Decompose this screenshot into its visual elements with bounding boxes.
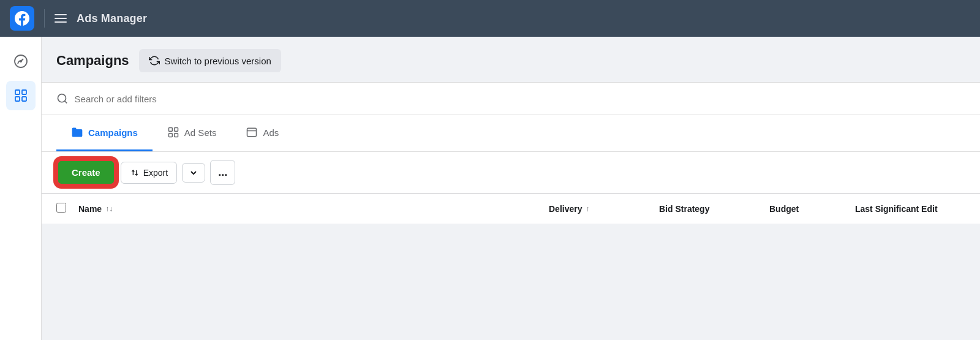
- tab-ad-sets[interactable]: Ad Sets: [153, 115, 232, 151]
- column-header-bid-strategy: Bid Strategy: [659, 204, 769, 214]
- svg-rect-4: [15, 97, 20, 101]
- main-content: Campaigns Switch to previous version: [42, 37, 980, 340]
- search-icon: [56, 93, 69, 105]
- tab-ad-sets-label: Ad Sets: [184, 127, 217, 138]
- column-header-name: Name ↑↓: [78, 204, 549, 214]
- more-options-button[interactable]: ...: [210, 160, 235, 185]
- sidebar: [0, 37, 42, 340]
- select-all-checkbox-cell: [56, 203, 78, 215]
- page-header: Campaigns Switch to previous version: [42, 37, 980, 82]
- browser-icon: [246, 126, 258, 138]
- page-title: Campaigns: [56, 53, 129, 69]
- tabs-area: Campaigns Ad Sets Ads: [42, 115, 980, 152]
- folder-icon: [71, 126, 83, 138]
- tab-ads-label: Ads: [263, 127, 279, 138]
- main-layout: Campaigns Switch to previous version: [0, 37, 980, 340]
- search-bar: [56, 83, 965, 115]
- svg-point-6: [58, 94, 66, 102]
- svg-rect-5: [22, 97, 26, 101]
- chevron-down-icon: [190, 169, 197, 176]
- column-header-last-edit: Last Significant Edit: [855, 204, 965, 214]
- svg-rect-10: [175, 134, 178, 137]
- sidebar-item-campaigns[interactable]: [6, 81, 36, 110]
- delivery-sort-icon[interactable]: ↑: [586, 205, 589, 213]
- name-sort-icon[interactable]: ↑↓: [105, 205, 113, 213]
- search-input[interactable]: [75, 94, 965, 104]
- tab-campaigns[interactable]: Campaigns: [56, 115, 153, 151]
- svg-rect-9: [168, 134, 172, 137]
- refresh-icon: [149, 55, 160, 66]
- svg-rect-11: [247, 128, 257, 136]
- select-all-checkbox[interactable]: [56, 203, 66, 213]
- sidebar-item-dashboard[interactable]: [6, 47, 36, 76]
- svg-rect-2: [15, 90, 20, 94]
- sort-icon: [130, 168, 140, 178]
- facebook-logo: [10, 6, 34, 31]
- svg-rect-3: [22, 90, 26, 94]
- grid-icon: [167, 126, 179, 138]
- top-navigation: Ads Manager: [0, 0, 980, 37]
- svg-rect-7: [168, 128, 172, 132]
- table-header: Name ↑↓ Delivery ↑ Bid Strategy Budget L…: [42, 194, 980, 224]
- tab-ads[interactable]: Ads: [231, 115, 293, 151]
- search-bar-container: [42, 82, 980, 115]
- create-button[interactable]: Create: [56, 159, 116, 186]
- app-title: Ads Manager: [77, 12, 147, 25]
- export-button[interactable]: Export: [121, 162, 177, 184]
- hamburger-menu-icon[interactable]: [55, 14, 67, 23]
- tab-campaigns-label: Campaigns: [88, 127, 138, 138]
- export-dropdown-button[interactable]: [182, 163, 205, 183]
- switch-version-button[interactable]: Switch to previous version: [139, 49, 281, 72]
- column-header-budget: Budget: [769, 204, 855, 214]
- toolbar: Create Export ...: [42, 152, 980, 194]
- svg-rect-8: [175, 128, 178, 132]
- nav-divider: [44, 9, 45, 28]
- column-header-delivery: Delivery ↑: [549, 204, 659, 214]
